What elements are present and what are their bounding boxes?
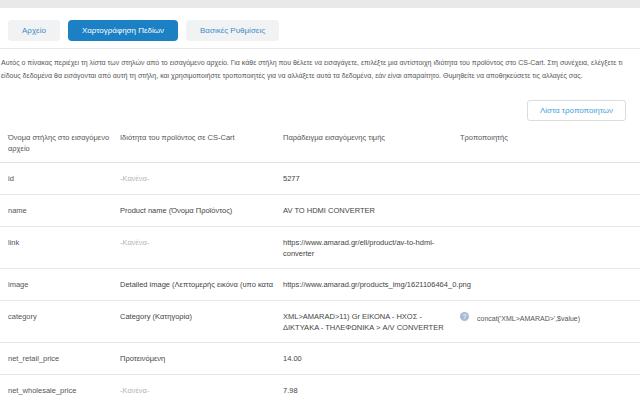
- example-value: 5277: [283, 163, 460, 194]
- example-value: AV TO HDMI CONVERTER: [283, 195, 460, 226]
- tab-field-mapping[interactable]: Χαρτογράφηση Πεδίων: [68, 20, 178, 41]
- source-column-name: id: [8, 163, 120, 194]
- source-column-name: link: [8, 227, 120, 268]
- source-column-name: image: [8, 269, 120, 300]
- source-column-name: category: [8, 301, 120, 342]
- column-header: Ιδιότητα του προϊόντος σε CS-Cart: [120, 126, 283, 162]
- table-row: category Category (Κατηγορία) XML>AMARAD…: [0, 301, 640, 343]
- example-value: https://www.amarad.gr/products_img/16211…: [283, 269, 460, 300]
- table-header-row: Όνομα στήλης στο εισαγόμενο αρχείο Ιδιότ…: [0, 126, 640, 163]
- modifiers-list-button[interactable]: Λίστα τροποποιητων: [527, 100, 626, 121]
- actions-row: Λίστα τροποποιητων: [0, 82, 640, 121]
- example-value: https://www.amarad.gr/ell/product/av-to-…: [283, 227, 460, 268]
- product-property-select[interactable]: Detailed image (Λεπτομερής εικόνα (υπο κ…: [120, 269, 283, 300]
- product-property-select[interactable]: -Κανένα-: [120, 375, 283, 400]
- mapping-description: Αυτός ο πίνακας περιέχει τη λίστα των στ…: [1, 56, 640, 82]
- modifier-cell: ? concat('XML>AMARAD>',$value): [460, 301, 640, 342]
- table-row: image Detailed image (Λεπτομερής εικόνα …: [0, 269, 640, 301]
- product-property-select[interactable]: -Κανένα-: [120, 163, 283, 194]
- product-property-select[interactable]: Category (Κατηγορία): [120, 301, 283, 342]
- table-row: net_wholesale_price -Κανένα- 7.98 ?: [0, 375, 640, 400]
- tab-bar: ΑρχείοΧαρτογράφηση ΠεδίωνΒασικές Ρυθμίσε…: [0, 8, 640, 49]
- tab-file[interactable]: Αρχείο: [8, 20, 60, 41]
- help-icon[interactable]: ?: [460, 312, 469, 321]
- top-strip: [0, 0, 640, 8]
- product-property-select[interactable]: -Κανένα-: [120, 227, 283, 268]
- column-header: Παράδειγμα εισαγόμενης τιμής: [283, 126, 460, 162]
- product-property-select[interactable]: Προτεινόμενη: [120, 343, 283, 374]
- table-row: name Product name (Όνομα Προϊόντος) AV T…: [0, 195, 640, 227]
- import-mapping-screen: ΑρχείοΧαρτογράφηση ΠεδίωνΒασικές Ρυθμίσε…: [0, 0, 640, 400]
- modifier-expression: concat('XML>AMARAD>',$value): [477, 311, 580, 324]
- column-header: Όνομα στήλης στο εισαγόμενο αρχείο: [8, 126, 120, 162]
- product-property-select[interactable]: Product name (Όνομα Προϊόντος): [120, 195, 283, 226]
- mapping-table: Όνομα στήλης στο εισαγόμενο αρχείο Ιδιότ…: [0, 126, 640, 400]
- source-column-name: name: [8, 195, 120, 226]
- column-header: Τροποποιητής: [460, 126, 640, 162]
- example-value: 7.98: [283, 375, 460, 400]
- source-column-name: net_wholesale_price: [8, 375, 120, 400]
- table-row: id -Κανένα- 5277 ?: [0, 163, 640, 195]
- table-row: net_retail_price Προτεινόμενη 14.00 ?: [0, 343, 640, 375]
- source-column-name: net_retail_price: [8, 343, 120, 374]
- example-value: 14.00: [283, 343, 460, 374]
- tab-basic-settings[interactable]: Βασικές Ρυθμίσεις: [186, 20, 279, 41]
- table-row: link -Κανένα- https://www.amarad.gr/ell/…: [0, 227, 640, 269]
- example-value: XML>AMARAD>11) Gr ΕΙΚΟΝΑ - ΗΧΟΣ - ΔΙΚΤΥΑ…: [283, 301, 460, 342]
- table-body: id -Κανένα- 5277 ? name Product name (Όν…: [0, 163, 640, 400]
